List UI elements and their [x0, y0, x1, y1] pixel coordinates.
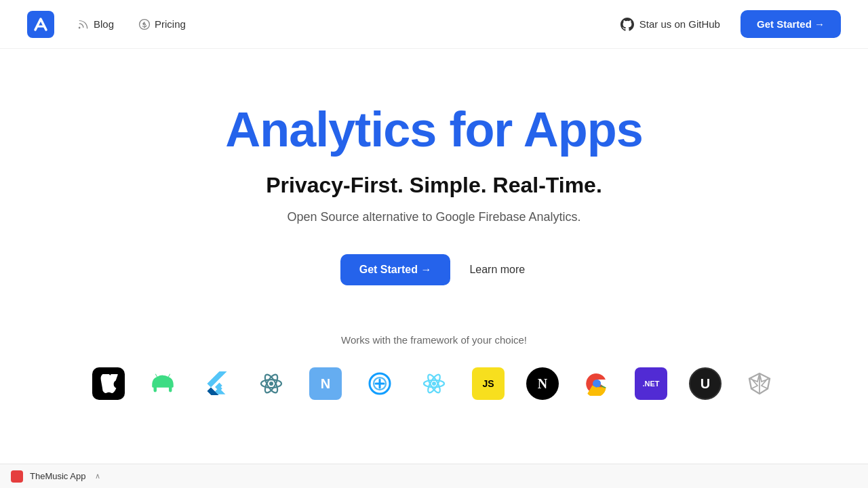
- unity-icon: [747, 371, 772, 396]
- framework-react[interactable]: [418, 367, 450, 400]
- app-icon: [11, 470, 23, 483]
- navbar: Blog Pricing Star us on GitHub Get Start…: [0, 0, 868, 49]
- framework-flutter[interactable]: [201, 367, 233, 400]
- dollar-icon: [138, 18, 151, 30]
- framework-chrome[interactable]: [580, 367, 613, 400]
- framework-android[interactable]: [146, 367, 179, 400]
- unreal-label: U: [701, 376, 710, 392]
- framework-nextjs[interactable]: N: [526, 367, 559, 400]
- framework-javascript[interactable]: JS: [472, 367, 505, 400]
- js-label: JS: [482, 378, 494, 389]
- react-icon: [422, 371, 446, 396]
- aptabase-logo-icon: [27, 11, 54, 38]
- framework-electron[interactable]: [255, 367, 288, 400]
- hero-section: Analytics for Apps Privacy-First. Simple…: [0, 49, 868, 473]
- logo-link[interactable]: [27, 11, 54, 38]
- hero-get-started-button[interactable]: Get Started →: [340, 254, 451, 285]
- android-icon: [151, 371, 175, 396]
- next-label: N: [538, 376, 547, 392]
- frameworks-row: N JS: [92, 367, 776, 400]
- svg-point-7: [432, 382, 436, 386]
- electron-icon: [259, 371, 283, 396]
- hero-title: Analytics for Apps: [225, 103, 642, 157]
- github-link[interactable]: Star us on GitHub: [611, 12, 730, 37]
- chrome-icon: [585, 371, 609, 396]
- frameworks-section: Works with the framework of your choice!: [65, 334, 803, 432]
- app-name: TheMusic App: [30, 471, 85, 481]
- learn-more-label: Learn more: [469, 264, 525, 275]
- flutter-icon: [205, 371, 229, 396]
- frameworks-label: Works with the framework of your choice!: [341, 334, 527, 346]
- svg-rect-0: [27, 11, 54, 38]
- nav-pricing-link[interactable]: Pricing: [129, 13, 195, 36]
- apple-icon: [99, 374, 118, 393]
- framework-capacitor[interactable]: [363, 367, 396, 400]
- nav-links: Blog Pricing: [68, 13, 195, 36]
- framework-unity[interactable]: [743, 367, 776, 400]
- nativescript-label: N: [321, 376, 330, 392]
- nav-blog-link[interactable]: Blog: [68, 13, 123, 36]
- bottom-chevron-icon: ∧: [95, 472, 100, 481]
- framework-dotnet[interactable]: .NET: [635, 367, 667, 400]
- hero-description: Open Source alternative to Google Fireba…: [287, 210, 580, 224]
- nav-cta-label: Get Started →: [757, 18, 825, 30]
- dotnet-label: .NET: [642, 380, 659, 388]
- rss-icon: [77, 18, 90, 30]
- github-label: Star us on GitHub: [639, 18, 720, 30]
- bottom-bar: TheMusic App ∧: [0, 464, 868, 488]
- nav-right: Star us on GitHub Get Started →: [611, 10, 841, 38]
- hero-cta-label: Get Started →: [359, 264, 432, 276]
- nav-pricing-label: Pricing: [155, 18, 186, 30]
- capacitor-icon: [368, 371, 392, 396]
- hero-buttons: Get Started → Learn more: [340, 254, 528, 285]
- framework-nativescript[interactable]: N: [309, 367, 342, 400]
- framework-unreal[interactable]: U: [689, 367, 722, 400]
- learn-more-button[interactable]: Learn more: [467, 258, 528, 281]
- nav-get-started-button[interactable]: Get Started →: [741, 10, 841, 38]
- hero-subtitle: Privacy-First. Simple. Real-Time.: [266, 173, 602, 198]
- framework-apple[interactable]: [92, 367, 125, 400]
- svg-point-1: [269, 382, 273, 386]
- nav-blog-label: Blog: [94, 18, 114, 30]
- github-icon: [620, 18, 634, 31]
